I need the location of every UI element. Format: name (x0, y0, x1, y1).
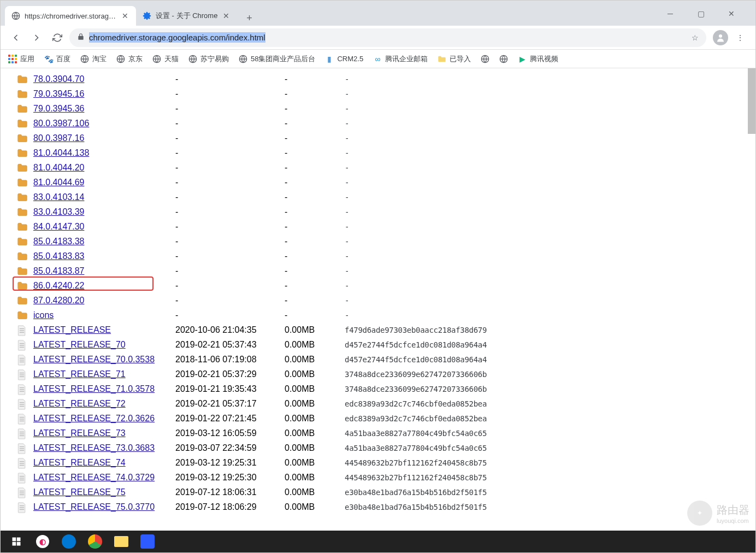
listing-link[interactable]: LATEST_RELEASE_70 (33, 340, 126, 349)
browser-tab[interactable]: 设置 - 关于 Chrome ✕ (136, 6, 237, 26)
listing-link[interactable]: 86.0.4240.22 (33, 281, 84, 290)
listing-link[interactable]: LATEST_RELEASE_74 (33, 458, 126, 467)
file-icon (17, 458, 28, 468)
folder-icon (17, 178, 28, 187)
bookmark-item[interactable]: 🐾百度 (44, 54, 70, 64)
svg-point-2 (719, 34, 722, 38)
listing-link[interactable]: 80.0.3987.16 (33, 133, 84, 143)
listing-link[interactable]: LATEST_RELEASE_71 (33, 369, 126, 379)
listing-link[interactable]: LATEST_RELEASE_71.0.3578 (33, 384, 155, 393)
taskbar-app-explorer[interactable] (110, 533, 133, 550)
listing-link[interactable]: LATEST_RELEASE_73 (33, 428, 126, 438)
chrome-menu-button[interactable]: ⋮ (731, 29, 749, 46)
listing-link[interactable]: 85.0.4183.83 (33, 251, 84, 261)
folder-icon (17, 104, 28, 114)
watermark: ✦ 路由器 luyouqi.com (687, 501, 749, 526)
listing-link[interactable]: LATEST_RELEASE_70.0.3538 (33, 355, 155, 364)
listing-date: 2019-03-12 16:05:59 (175, 428, 285, 438)
tab-close-button[interactable]: ✕ (222, 11, 231, 20)
scrollbar-thumb[interactable] (748, 68, 755, 134)
window-maximize-button[interactable]: ▢ (692, 7, 710, 20)
back-button[interactable] (7, 29, 25, 46)
listing-link[interactable]: LATEST_RELEASE_75 (33, 487, 126, 497)
listing-link[interactable]: LATEST_RELEASE_72.0.3626 (33, 414, 155, 423)
listing-row: LATEST_RELEASE_75 2019-07-12 18:06:31 0.… (4, 485, 746, 499)
listing-link[interactable]: 81.0.4044.138 (33, 148, 89, 157)
folder-icon (17, 163, 28, 173)
listing-link[interactable]: LATEST_RELEASE_75.0.3770 (33, 502, 155, 511)
listing-size: 0.00MB (285, 369, 345, 379)
listing-hash: - (345, 163, 746, 172)
bookmark-item[interactable]: ∞腾讯企业邮箱 (373, 54, 428, 64)
bookmark-item[interactable] (481, 55, 489, 63)
listing-link[interactable]: 79.0.3945.16 (33, 89, 84, 98)
listing-link[interactable]: 87.0.4280.20 (33, 296, 84, 305)
listing-size: 0.00MB (285, 458, 345, 468)
url-text[interactable]: chromedriver.storage.googleapis.com/inde… (89, 33, 687, 42)
listing-hash: f479d6ade97303eb0aacc218af38d679 (345, 326, 746, 334)
listing-size: 0.00MB (285, 487, 345, 497)
listing-link[interactable]: 85.0.4183.38 (33, 237, 84, 246)
listing-row: LATEST_RELEASE_75.0.3770 2019-07-12 18:0… (4, 499, 746, 514)
browser-toolbar: chromedriver.storage.googleapis.com/inde… (1, 26, 755, 50)
bookmark-item[interactable]: 天猫 (152, 54, 179, 64)
gear-icon (143, 11, 151, 20)
listing-link[interactable]: LATEST_RELEASE_74.0.3729 (33, 473, 155, 482)
profile-avatar-button[interactable] (713, 30, 728, 45)
listing-link[interactable]: 81.0.4044.69 (33, 178, 84, 187)
listing-link[interactable]: 81.0.4044.20 (33, 163, 84, 172)
folder-icon (17, 237, 28, 246)
listing-link[interactable]: 83.0.4103.14 (33, 192, 84, 202)
listing-row: 87.0.4280.20 - - - (4, 293, 746, 308)
listing-row: LATEST_RELEASE_71 2019-02-21 05:37:29 0.… (4, 367, 746, 381)
listing-size: 0.00MB (285, 414, 345, 423)
listing-link[interactable]: 84.0.4147.30 (33, 222, 84, 231)
bookmark-item[interactable]: 已导入 (438, 54, 471, 64)
listing-link[interactable]: icons (33, 310, 54, 320)
listing-hash: 3748a8dce2336099e62747207336606b (345, 385, 746, 393)
listing-date: - (175, 251, 285, 261)
window-close-button[interactable]: ✕ (723, 7, 740, 20)
bookmark-item[interactable]: 58集团商业产品后台 (239, 54, 315, 64)
folder-icon (17, 89, 28, 99)
start-button[interactable] (5, 533, 28, 550)
bookmark-item[interactable]: 淘宝 (80, 54, 107, 64)
bookmark-item[interactable]: ▶腾讯视频 (518, 54, 558, 64)
listing-link[interactable]: LATEST_RELEASE_72 (33, 399, 126, 408)
listing-link[interactable]: 79.0.3945.36 (33, 104, 84, 113)
bookmark-label: 苏宁易购 (200, 54, 229, 64)
listing-hash: d457e2744f5dcfce1d0c081d08a964a4 (345, 340, 746, 349)
listing-link[interactable]: 80.0.3987.106 (33, 119, 89, 128)
file-icon (17, 473, 28, 483)
bookmark-item[interactable]: 苏宁易购 (188, 54, 229, 64)
folder-icon (17, 310, 28, 320)
forward-button[interactable] (28, 29, 45, 46)
bookmark-item[interactable] (499, 55, 508, 63)
listing-link[interactable]: 78.0.3904.70 (33, 74, 84, 84)
taskbar-app-edge[interactable] (57, 533, 80, 550)
window-minimize-button[interactable]: ─ (662, 7, 679, 20)
listing-link[interactable]: LATEST_RELEASE_73.0.3683 (33, 443, 155, 452)
listing-link[interactable]: 85.0.4183.87 (33, 266, 84, 275)
address-bar[interactable]: chromedriver.storage.googleapis.com/inde… (69, 28, 706, 47)
browser-tab[interactable]: https://chromedriver.storage.c ✕ (5, 6, 136, 26)
taskbar-app-1[interactable]: ◐ (31, 533, 54, 550)
listing-row: 81.0.4044.69 - - - (4, 175, 746, 190)
listing-date: 2019-02-21 05:37:17 (175, 399, 285, 409)
listing-link[interactable]: 83.0.4103.39 (33, 207, 84, 216)
taskbar-app-chrome[interactable] (84, 533, 107, 550)
folder-icon (17, 192, 28, 202)
tab-close-button[interactable]: ✕ (121, 11, 129, 20)
listing-link[interactable]: LATEST_RELEASE (33, 325, 111, 334)
listing-row: 83.0.4103.14 - - - (4, 190, 746, 204)
svg-rect-51 (13, 542, 16, 546)
reload-button[interactable] (49, 29, 66, 46)
apps-button[interactable]: 应用 (8, 54, 34, 64)
directory-listing: 78.0.3904.70 - - - 79.0.3945.16 - - - 79… (1, 68, 755, 531)
bookmark-star-icon[interactable]: ☆ (692, 33, 699, 42)
file-icon (17, 325, 28, 335)
bookmark-item[interactable]: 京东 (116, 54, 143, 64)
new-tab-button[interactable]: + (241, 10, 257, 26)
bookmark-item[interactable]: ▮CRM2.5 (325, 55, 363, 63)
taskbar-app-5[interactable] (136, 533, 159, 550)
